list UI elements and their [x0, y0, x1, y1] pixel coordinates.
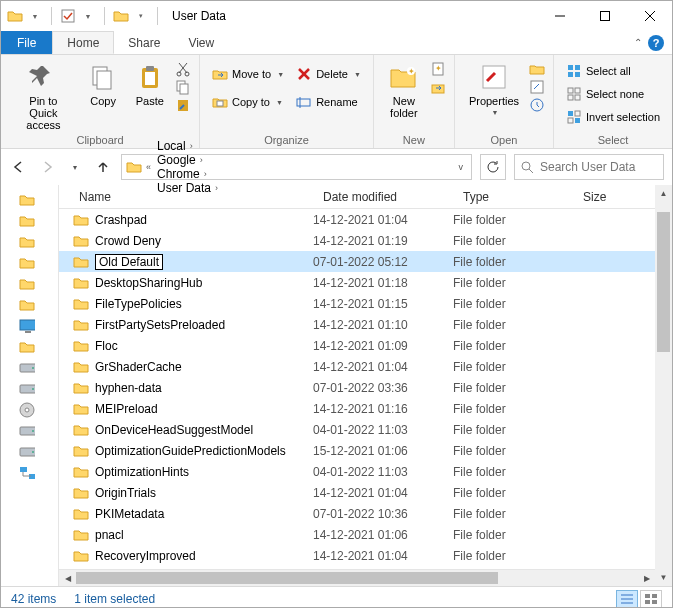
properties-button[interactable]: Properties ▼	[463, 59, 525, 118]
table-row[interactable]: OptimizationHints04-01-2022 11:03File fo…	[59, 461, 655, 482]
horizontal-scrollbar[interactable]: ◀ ▶	[59, 569, 655, 586]
cut-icon[interactable]	[175, 61, 191, 77]
refresh-button[interactable]	[480, 154, 506, 180]
tab-home[interactable]: Home	[52, 31, 114, 54]
thumbnails-view-button[interactable]	[640, 590, 662, 608]
table-row[interactable]: GrShaderCache14-12-2021 01:04File folder	[59, 356, 655, 377]
breadcrumb-segment[interactable]: Chrome›	[155, 167, 220, 181]
navigation-pane[interactable]	[1, 185, 59, 586]
tree-item[interactable]	[19, 294, 58, 315]
checkbox-icon[interactable]	[60, 8, 76, 24]
copy-button[interactable]: Copy	[82, 59, 125, 109]
pin-to-quick-access-button[interactable]: Pin to Quick access	[9, 59, 78, 133]
table-row[interactable]: Crowd Deny14-12-2021 01:19File folder	[59, 230, 655, 251]
details-view-button[interactable]	[616, 590, 638, 608]
tree-item[interactable]	[19, 441, 58, 462]
easy-access-icon[interactable]	[430, 79, 446, 95]
table-row[interactable]: OnDeviceHeadSuggestModel04-01-2022 11:03…	[59, 419, 655, 440]
table-row[interactable]: Old Default07-01-2022 05:12File folder	[59, 251, 655, 272]
scroll-up-icon[interactable]: ▲	[655, 185, 672, 202]
move-to-icon	[212, 66, 228, 82]
forward-button[interactable]	[37, 157, 57, 177]
column-headers: Name Date modified Type Size	[59, 185, 655, 209]
tree-item-icon	[19, 423, 35, 439]
tree-item[interactable]	[19, 399, 58, 420]
tree-item[interactable]	[19, 210, 58, 231]
close-button[interactable]	[627, 1, 672, 31]
tree-item[interactable]	[19, 357, 58, 378]
back-button[interactable]	[9, 157, 29, 177]
column-type[interactable]: Type	[453, 190, 573, 204]
column-date[interactable]: Date modified	[313, 190, 453, 204]
tree-item[interactable]	[19, 189, 58, 210]
folder-icon	[126, 159, 142, 175]
table-row[interactable]: Crashpad14-12-2021 01:04File folder	[59, 209, 655, 230]
table-row[interactable]: DesktopSharingHub14-12-2021 01:18File fo…	[59, 272, 655, 293]
recent-locations-button[interactable]: ▾	[65, 157, 85, 177]
column-size[interactable]: Size	[573, 190, 633, 204]
maximize-button[interactable]	[582, 1, 627, 31]
table-row[interactable]: pnacl14-12-2021 01:06File folder	[59, 524, 655, 545]
tree-item[interactable]	[19, 273, 58, 294]
scroll-left-icon[interactable]: ◀	[59, 570, 76, 586]
tree-item[interactable]	[19, 462, 58, 483]
paste-button[interactable]: Paste	[128, 59, 171, 109]
breadcrumb-segment[interactable]: Google›	[155, 153, 220, 167]
table-row[interactable]: PKIMetadata07-01-2022 10:36File folder	[59, 503, 655, 524]
select-none-button[interactable]: Select none	[562, 85, 664, 103]
up-button[interactable]	[93, 157, 113, 177]
tab-file[interactable]: File	[1, 31, 52, 54]
table-row[interactable]: FileTypePolicies14-12-2021 01:15File fol…	[59, 293, 655, 314]
tab-view[interactable]: View	[174, 31, 228, 54]
invert-selection-button[interactable]: Invert selection	[562, 108, 664, 126]
vertical-scrollbar[interactable]: ▲ ▼	[655, 185, 672, 586]
file-list[interactable]: Crashpad14-12-2021 01:04File folderCrowd…	[59, 209, 655, 569]
delete-button[interactable]: Delete▼	[292, 65, 365, 83]
search-input[interactable]: Search User Data	[514, 154, 664, 180]
move-to-button[interactable]: Move to▼	[208, 65, 288, 83]
history-icon[interactable]	[529, 97, 545, 113]
qat-dropdown-icon[interactable]: ▼	[27, 8, 43, 24]
tree-item[interactable]	[19, 378, 58, 399]
copy-path-icon[interactable]	[175, 79, 191, 95]
table-row[interactable]: FirstPartySetsPreloaded14-12-2021 01:10F…	[59, 314, 655, 335]
minimize-button[interactable]	[537, 1, 582, 31]
rename-button[interactable]: Rename	[292, 93, 365, 111]
table-row[interactable]: OriginTrials14-12-2021 01:04File folder	[59, 482, 655, 503]
table-row[interactable]: hyphen-data07-01-2022 03:36File folder	[59, 377, 655, 398]
breadcrumb-prefix[interactable]: «	[144, 162, 153, 172]
column-name[interactable]: Name	[59, 190, 313, 204]
scroll-down-icon[interactable]: ▼	[655, 569, 672, 586]
rename-input[interactable]: Old Default	[95, 254, 163, 270]
address-dropdown-icon[interactable]: v	[455, 162, 468, 172]
new-folder-button[interactable]: ✦ New folder	[382, 59, 426, 121]
qat-dropdown-icon[interactable]: ▼	[80, 8, 96, 24]
table-row[interactable]: MEIPreload14-12-2021 01:16File folder	[59, 398, 655, 419]
open-icon[interactable]	[529, 61, 545, 77]
tree-item[interactable]	[19, 315, 58, 336]
help-icon[interactable]: ?	[648, 35, 664, 51]
scroll-right-icon[interactable]: ▶	[638, 570, 655, 586]
tree-item[interactable]	[19, 252, 58, 273]
file-type: File folder	[453, 486, 573, 500]
table-row[interactable]: Floc14-12-2021 01:09File folder	[59, 335, 655, 356]
tree-item[interactable]	[19, 231, 58, 252]
address-bar[interactable]: « Local›Google›Chrome›User Data› v	[121, 154, 472, 180]
svg-point-45	[32, 367, 34, 369]
tree-item[interactable]	[19, 420, 58, 441]
qat-customize-icon[interactable]: ▾	[133, 8, 149, 24]
collapse-ribbon-icon[interactable]: ⌃	[634, 37, 642, 48]
group-label-open: Open	[463, 134, 545, 148]
table-row[interactable]: OptimizationGuidePredictionModels15-12-2…	[59, 440, 655, 461]
copy-to-button[interactable]: Copy to▼	[208, 93, 288, 111]
tab-share[interactable]: Share	[114, 31, 174, 54]
svg-rect-26	[531, 81, 543, 93]
select-all-button[interactable]: Select all	[562, 62, 664, 80]
new-item-icon[interactable]: ✦	[430, 61, 446, 77]
paste-shortcut-icon[interactable]	[175, 97, 191, 113]
table-row[interactable]: RecoveryImproved14-12-2021 01:04File fol…	[59, 545, 655, 566]
tree-item[interactable]	[19, 336, 58, 357]
breadcrumb-segment[interactable]: Local›	[155, 139, 220, 153]
paste-icon	[134, 61, 166, 93]
edit-icon[interactable]	[529, 79, 545, 95]
